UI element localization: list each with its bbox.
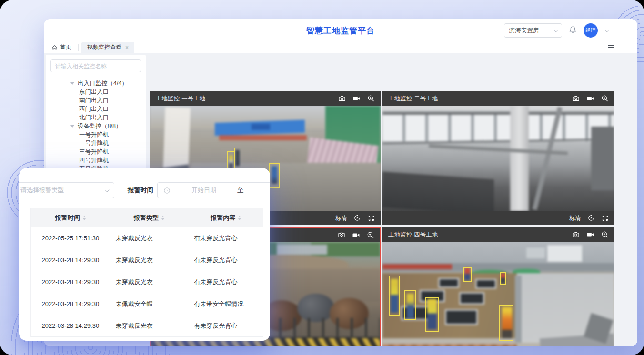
snapshot-camera-icon[interactable] xyxy=(572,95,580,102)
quality-toggle[interactable]: 标清 xyxy=(335,214,347,222)
tab-divider xyxy=(78,44,79,51)
record-video-icon[interactable] xyxy=(352,95,361,102)
tree-item[interactable]: 南门出入口 xyxy=(50,96,141,105)
tree-item[interactable]: 西门出入口 xyxy=(50,105,141,113)
quality-toggle[interactable]: 标清 xyxy=(569,214,581,222)
avatar[interactable]: 经理 xyxy=(584,23,598,38)
tree-item[interactable]: 三号升降机 xyxy=(50,148,141,156)
tree-item[interactable]: 四号升降机 xyxy=(50,156,141,165)
video-title: 工地监控-一号工地 xyxy=(156,95,332,103)
column-header-type[interactable]: 报警类型 xyxy=(110,208,189,227)
record-video-icon[interactable] xyxy=(352,231,360,239)
table-row: 2022-03-28 14:29:30 未穿戴反光衣 有未穿反光背心 xyxy=(31,249,263,271)
chevron-down-icon xyxy=(105,187,110,192)
tree-item[interactable]: 东门出入口 xyxy=(50,88,141,96)
alarm-filter-row: 请选择报警类型 报警时间 开始日期 至 xyxy=(19,182,270,198)
alarm-list-card: 请选择报警类型 报警时间 开始日期 至 报警时间 报警类型 xyxy=(19,168,270,341)
video-cell-site2[interactable]: 工地监控-二号工地 xyxy=(382,91,614,225)
snapshot-camera-icon[interactable] xyxy=(338,231,345,239)
home-icon xyxy=(51,44,58,50)
tab-active-label: 视频监控查看 xyxy=(87,43,121,51)
column-header-content[interactable]: 报警内容 xyxy=(188,208,263,227)
zoom-in-icon[interactable] xyxy=(601,95,609,102)
table-row: 2022-05-25 17:51:30 未穿戴反光衣 有未穿反光背心 xyxy=(31,227,263,249)
replay-icon[interactable] xyxy=(587,214,595,222)
tab-home-label: 首页 xyxy=(60,43,71,51)
table-row: 2022-03-28 14:29:30 未佩戴安全帽 有未带安全帽情况 xyxy=(31,293,263,315)
start-date-placeholder: 开始日期 xyxy=(175,186,232,195)
tab-list-menu-icon[interactable] xyxy=(608,45,614,49)
video-footer: 标清 xyxy=(382,211,614,225)
detection-box xyxy=(463,267,471,282)
close-icon[interactable]: × xyxy=(125,45,129,50)
alarm-type-select[interactable]: 请选择报警类型 xyxy=(19,182,114,198)
detection-box xyxy=(500,272,506,285)
tree-caret-icon xyxy=(70,125,74,128)
video-stream[interactable] xyxy=(382,242,614,346)
video-header: 工地监控-二号工地 xyxy=(382,91,614,106)
detection-box xyxy=(499,305,513,341)
detection-box xyxy=(404,290,416,320)
tree-item[interactable]: 二号升降机 xyxy=(50,139,141,148)
fullscreen-icon[interactable] xyxy=(368,215,375,222)
video-title: 工地监控-二号工地 xyxy=(388,95,566,103)
project-select-value: 滨海安置房 xyxy=(509,27,539,35)
page-background: 智慧工地监管平台 滨海安置房 经理 首页 视频监控查看 × xyxy=(0,0,644,355)
detection-box xyxy=(389,276,400,316)
video-header: 工地监控-四号工地 xyxy=(382,227,614,242)
tree-group-entrances[interactable]: 出入口监控（4/4） xyxy=(50,79,141,88)
video-header: 工地监控-一号工地 xyxy=(150,91,381,106)
clock-icon xyxy=(163,187,171,194)
snapshot-camera-icon[interactable] xyxy=(338,95,346,102)
video-cell-site4[interactable]: 工地监控-四号工地 xyxy=(382,227,614,346)
tree-item[interactable]: 一号升降机 xyxy=(50,130,141,139)
tab-bar: 首页 视频监控查看 × xyxy=(44,42,637,53)
detection-box xyxy=(425,297,439,332)
tree-group-equipment[interactable]: 设备监控（8/8） xyxy=(50,122,141,130)
alarm-table: 报警时间 报警类型 报警内容 2022-05-25 17:51:30 未穿戴反光… xyxy=(30,208,263,337)
alarm-table-header: 报警时间 报警类型 报警内容 xyxy=(31,208,263,227)
zoom-in-icon[interactable] xyxy=(601,231,609,238)
record-video-icon[interactable] xyxy=(586,231,594,238)
fullscreen-icon[interactable] xyxy=(602,215,609,222)
alarm-type-placeholder: 请选择报警类型 xyxy=(20,186,64,195)
alarm-date-range-input[interactable]: 开始日期 至 xyxy=(157,182,270,198)
column-header-time[interactable]: 报警时间 xyxy=(31,208,110,227)
record-video-icon[interactable] xyxy=(586,95,594,102)
sort-icon[interactable] xyxy=(83,216,86,220)
detection-box xyxy=(234,148,242,170)
table-row: 2022-03-28 14:29:30 未穿戴反光衣 有未穿反光背心 xyxy=(31,271,263,293)
zoom-in-icon[interactable] xyxy=(367,231,374,239)
zoom-in-icon[interactable] xyxy=(367,95,375,102)
video-title: 工地监控-四号工地 xyxy=(388,231,566,239)
app-header: 智慧工地监管平台 滨海安置房 经理 xyxy=(44,19,637,42)
tab-video-monitoring[interactable]: 视频监控查看 × xyxy=(81,42,134,53)
table-row: 2022-03-28 14:29:30 未穿戴反光衣 有未穿反光背心 xyxy=(31,315,263,337)
tree-item[interactable]: 北门出入口 xyxy=(50,113,141,122)
camera-tree: 出入口监控（4/4） 东门出入口 南门出入口 西门出入口 北门出入口 设备监控（… xyxy=(50,79,141,173)
project-select[interactable]: 滨海安置房 xyxy=(504,23,562,38)
bell-icon[interactable] xyxy=(569,26,577,36)
sort-icon[interactable] xyxy=(238,216,241,220)
tree-caret-icon xyxy=(70,82,74,85)
search-input[interactable] xyxy=(50,59,141,72)
chevron-down-icon xyxy=(553,28,558,32)
range-separator: 至 xyxy=(237,186,244,195)
sort-icon[interactable] xyxy=(161,216,164,220)
alarm-time-label: 报警时间 xyxy=(128,182,153,198)
detection-box xyxy=(269,163,280,188)
replay-icon[interactable] xyxy=(353,214,361,222)
video-stream[interactable] xyxy=(382,106,614,211)
tab-home[interactable]: 首页 xyxy=(44,42,78,53)
snapshot-camera-icon[interactable] xyxy=(572,231,580,238)
